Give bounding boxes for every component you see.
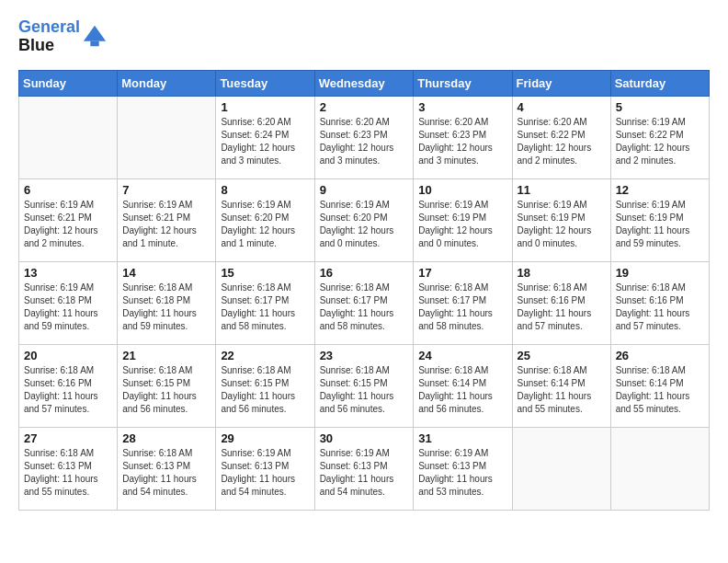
calendar-day-cell: 28Sunrise: 6:18 AM Sunset: 6:13 PM Dayli…: [118, 427, 216, 510]
day-of-week-header: Friday: [512, 70, 610, 96]
page-header: GeneralBlue: [18, 18, 710, 55]
calendar-day-cell: 31Sunrise: 6:19 AM Sunset: 6:13 PM Dayli…: [414, 427, 512, 510]
calendar-day-cell: 20Sunrise: 6:18 AM Sunset: 6:16 PM Dayli…: [19, 344, 118, 427]
day-number: 24: [418, 349, 506, 362]
svg-marker-0: [84, 26, 106, 41]
day-number: 20: [24, 349, 112, 362]
calendar-day-cell: 16Sunrise: 6:18 AM Sunset: 6:17 PM Dayli…: [314, 261, 414, 344]
day-info: Sunrise: 6:19 AM Sunset: 6:18 PM Dayligh…: [24, 282, 112, 333]
day-number: 25: [518, 349, 606, 362]
calendar-day-cell: 1Sunrise: 6:20 AM Sunset: 6:24 PM Daylig…: [216, 96, 314, 178]
calendar-day-cell: 9Sunrise: 6:19 AM Sunset: 6:20 PM Daylig…: [314, 178, 414, 261]
day-info: Sunrise: 6:19 AM Sunset: 6:21 PM Dayligh…: [24, 199, 112, 250]
day-of-week-header: Thursday: [414, 70, 512, 96]
day-number: 29: [221, 431, 309, 445]
calendar-day-cell: 10Sunrise: 6:19 AM Sunset: 6:19 PM Dayli…: [414, 178, 512, 261]
calendar-day-cell: 23Sunrise: 6:18 AM Sunset: 6:15 PM Dayli…: [314, 344, 414, 427]
day-number: 3: [418, 100, 506, 114]
calendar-day-cell: [118, 96, 216, 178]
calendar-day-cell: 3Sunrise: 6:20 AM Sunset: 6:23 PM Daylig…: [414, 96, 512, 178]
day-number: 5: [616, 100, 704, 114]
calendar-day-cell: 8Sunrise: 6:19 AM Sunset: 6:20 PM Daylig…: [216, 178, 314, 261]
day-number: 15: [221, 266, 309, 280]
day-info: Sunrise: 6:18 AM Sunset: 6:17 PM Dayligh…: [320, 282, 409, 333]
calendar-day-cell: 30Sunrise: 6:19 AM Sunset: 6:13 PM Dayli…: [314, 427, 414, 510]
logo-text: GeneralBlue: [18, 18, 80, 55]
calendar-day-cell: [512, 427, 610, 510]
day-info: Sunrise: 6:18 AM Sunset: 6:16 PM Dayligh…: [24, 364, 112, 416]
day-info: Sunrise: 6:20 AM Sunset: 6:23 PM Dayligh…: [418, 116, 506, 167]
day-info: Sunrise: 6:18 AM Sunset: 6:15 PM Dayligh…: [221, 364, 309, 416]
day-info: Sunrise: 6:19 AM Sunset: 6:19 PM Dayligh…: [418, 199, 506, 250]
day-number: 6: [24, 183, 112, 197]
calendar-day-cell: 17Sunrise: 6:18 AM Sunset: 6:17 PM Dayli…: [414, 261, 512, 344]
day-number: 21: [122, 349, 210, 362]
day-info: Sunrise: 6:18 AM Sunset: 6:15 PM Dayligh…: [122, 364, 210, 416]
day-number: 13: [24, 266, 112, 280]
day-number: 9: [320, 183, 409, 197]
day-info: Sunrise: 6:19 AM Sunset: 6:13 PM Dayligh…: [320, 447, 409, 499]
day-number: 19: [616, 266, 704, 280]
calendar-day-cell: 18Sunrise: 6:18 AM Sunset: 6:16 PM Dayli…: [512, 261, 610, 344]
day-info: Sunrise: 6:18 AM Sunset: 6:14 PM Dayligh…: [518, 364, 606, 416]
day-info: Sunrise: 6:18 AM Sunset: 6:18 PM Dayligh…: [122, 282, 210, 333]
day-of-week-header: Sunday: [19, 70, 118, 96]
day-number: 26: [616, 349, 704, 362]
week-row-1: 1Sunrise: 6:20 AM Sunset: 6:24 PM Daylig…: [19, 96, 710, 178]
day-info: Sunrise: 6:20 AM Sunset: 6:22 PM Dayligh…: [518, 116, 606, 167]
day-number: 30: [320, 431, 409, 445]
calendar-day-cell: 7Sunrise: 6:19 AM Sunset: 6:21 PM Daylig…: [118, 178, 216, 261]
week-row-2: 6Sunrise: 6:19 AM Sunset: 6:21 PM Daylig…: [19, 178, 710, 261]
calendar-day-cell: 2Sunrise: 6:20 AM Sunset: 6:23 PM Daylig…: [314, 96, 414, 178]
day-of-week-header: Monday: [118, 70, 216, 96]
week-row-5: 27Sunrise: 6:18 AM Sunset: 6:13 PM Dayli…: [19, 427, 710, 510]
week-row-3: 13Sunrise: 6:19 AM Sunset: 6:18 PM Dayli…: [19, 261, 710, 344]
day-info: Sunrise: 6:19 AM Sunset: 6:13 PM Dayligh…: [221, 447, 309, 499]
day-number: 14: [122, 266, 210, 280]
svg-rect-1: [90, 40, 98, 46]
day-number: 31: [418, 431, 506, 445]
calendar-day-cell: 25Sunrise: 6:18 AM Sunset: 6:14 PM Dayli…: [512, 344, 610, 427]
day-info: Sunrise: 6:18 AM Sunset: 6:14 PM Dayligh…: [418, 364, 506, 416]
day-number: 4: [518, 100, 606, 114]
day-number: 27: [24, 431, 112, 445]
calendar-day-cell: 22Sunrise: 6:18 AM Sunset: 6:15 PM Dayli…: [216, 344, 314, 427]
day-number: 28: [122, 431, 210, 445]
calendar-body: 1Sunrise: 6:20 AM Sunset: 6:24 PM Daylig…: [19, 96, 710, 510]
week-row-4: 20Sunrise: 6:18 AM Sunset: 6:16 PM Dayli…: [19, 344, 710, 427]
calendar-day-cell: 13Sunrise: 6:19 AM Sunset: 6:18 PM Dayli…: [19, 261, 118, 344]
day-number: 7: [122, 183, 210, 197]
day-info: Sunrise: 6:20 AM Sunset: 6:23 PM Dayligh…: [320, 116, 409, 167]
day-number: 22: [221, 349, 309, 362]
day-number: 18: [518, 266, 606, 280]
day-info: Sunrise: 6:18 AM Sunset: 6:17 PM Dayligh…: [221, 282, 309, 333]
calendar-day-cell: [19, 96, 118, 178]
calendar-table: SundayMondayTuesdayWednesdayThursdayFrid…: [18, 70, 710, 511]
day-info: Sunrise: 6:18 AM Sunset: 6:15 PM Dayligh…: [320, 364, 409, 416]
day-info: Sunrise: 6:19 AM Sunset: 6:20 PM Dayligh…: [320, 199, 409, 250]
day-info: Sunrise: 6:19 AM Sunset: 6:21 PM Dayligh…: [122, 199, 210, 250]
day-number: 2: [320, 100, 409, 114]
calendar-day-cell: 24Sunrise: 6:18 AM Sunset: 6:14 PM Dayli…: [414, 344, 512, 427]
day-number: 8: [221, 183, 309, 197]
day-info: Sunrise: 6:18 AM Sunset: 6:13 PM Dayligh…: [122, 447, 210, 499]
day-number: 12: [616, 183, 704, 197]
day-info: Sunrise: 6:18 AM Sunset: 6:16 PM Dayligh…: [518, 282, 606, 333]
calendar-day-cell: [610, 427, 709, 510]
day-number: 17: [418, 266, 506, 280]
logo: GeneralBlue: [18, 18, 108, 55]
day-of-week-header: Wednesday: [314, 70, 414, 96]
calendar-day-cell: 5Sunrise: 6:19 AM Sunset: 6:22 PM Daylig…: [610, 96, 709, 178]
day-info: Sunrise: 6:19 AM Sunset: 6:20 PM Dayligh…: [221, 199, 309, 250]
day-info: Sunrise: 6:20 AM Sunset: 6:24 PM Dayligh…: [221, 116, 309, 167]
day-number: 11: [518, 183, 606, 197]
day-number: 23: [320, 349, 409, 362]
logo-icon: [82, 24, 108, 50]
calendar-day-cell: 14Sunrise: 6:18 AM Sunset: 6:18 PM Dayli…: [118, 261, 216, 344]
day-info: Sunrise: 6:19 AM Sunset: 6:19 PM Dayligh…: [518, 199, 606, 250]
calendar-day-cell: 6Sunrise: 6:19 AM Sunset: 6:21 PM Daylig…: [19, 178, 118, 261]
calendar-day-cell: 4Sunrise: 6:20 AM Sunset: 6:22 PM Daylig…: [512, 96, 610, 178]
day-info: Sunrise: 6:19 AM Sunset: 6:19 PM Dayligh…: [616, 199, 704, 250]
calendar-day-cell: 12Sunrise: 6:19 AM Sunset: 6:19 PM Dayli…: [610, 178, 709, 261]
day-number: 1: [221, 100, 309, 114]
